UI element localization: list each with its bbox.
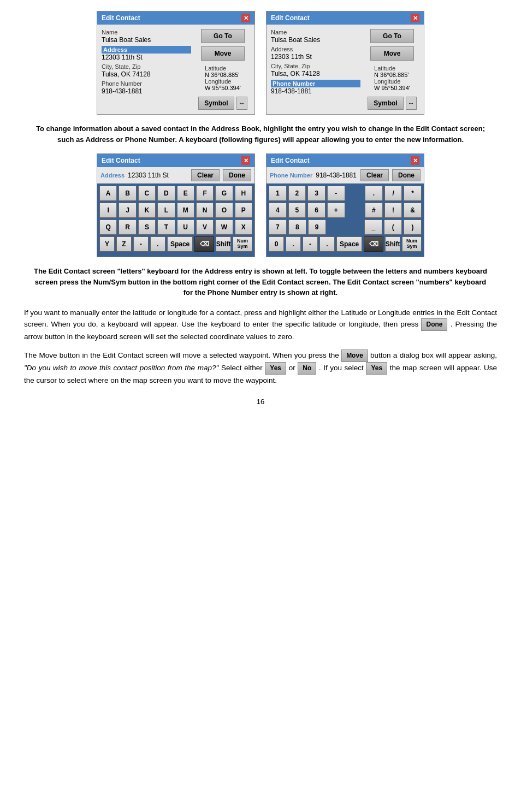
key-R[interactable]: R (119, 220, 136, 235)
key-T[interactable]: T (157, 220, 175, 235)
body2-no-button[interactable]: No (298, 362, 316, 375)
top-right-close-button[interactable]: ✕ (411, 14, 419, 22)
key-dot3[interactable]: . (319, 236, 335, 252)
top-left-arrow-button[interactable]: ↔ (236, 97, 247, 110)
key-E[interactable]: E (177, 186, 194, 201)
kb-row-1: A B C D E F G H (99, 186, 252, 201)
key-J[interactable]: J (119, 203, 136, 218)
key-I[interactable]: I (99, 203, 117, 218)
body2-if: . If you select (319, 364, 364, 372)
key-plus[interactable]: + (327, 203, 345, 218)
key-hash[interactable]: # (365, 203, 383, 218)
key-4[interactable]: 4 (269, 203, 287, 218)
mid-right-done-button[interactable]: Done (392, 169, 421, 181)
key-dash[interactable]: - (133, 236, 149, 252)
mid-right-close-button[interactable]: ✕ (411, 156, 419, 165)
key-N[interactable]: N (196, 203, 214, 218)
key-O[interactable]: O (215, 203, 233, 218)
key-amp[interactable]: & (404, 203, 422, 218)
key-W[interactable]: W (215, 220, 233, 235)
key-V[interactable]: V (196, 220, 214, 235)
top-left-close-button[interactable]: ✕ (241, 14, 250, 22)
top-right-move-button[interactable]: Move (370, 46, 414, 61)
mid-left-field-value[interactable]: 12303 11th St (128, 171, 188, 179)
mid-right-field-value[interactable]: 918-438-1881 (316, 171, 357, 179)
top-right-phone-label[interactable]: Phone Number (271, 80, 360, 87)
key-star[interactable]: * (404, 186, 422, 201)
key-space-num[interactable]: Space (336, 236, 362, 252)
key-A[interactable]: A (99, 186, 117, 201)
top-right-title-label: Edit Contact (271, 14, 310, 22)
key-S[interactable]: S (138, 220, 156, 235)
key-5[interactable]: 5 (288, 203, 306, 218)
key-rparen[interactable]: ) (404, 220, 422, 235)
top-right-arrow-button[interactable]: ↔ (406, 97, 417, 110)
mid-left-close-button[interactable]: ✕ (241, 156, 250, 165)
key-U[interactable]: U (177, 220, 194, 235)
page-number: 16 (22, 398, 499, 406)
key-Q[interactable]: Q (99, 220, 117, 235)
key-shift[interactable]: Shift (216, 236, 231, 252)
key-9[interactable]: 9 (308, 220, 326, 235)
top-right-symbol-button[interactable]: Symbol (368, 97, 403, 110)
key-backspace[interactable]: ⌫ (194, 236, 214, 252)
top-left-symbol-button[interactable]: Symbol (198, 97, 234, 110)
mid-left-keyboard-grid: A B C D E F G H I J K L M N O P (97, 183, 254, 257)
key-X[interactable]: X (235, 220, 252, 235)
key-underscore[interactable]: _ (364, 220, 382, 235)
key-numsym[interactable]: NumSym (233, 236, 252, 252)
key-minus[interactable]: - (327, 186, 345, 201)
key-3[interactable]: 3 (307, 186, 325, 201)
key-dot[interactable]: . (365, 186, 383, 201)
top-right-city-label: City, State, Zip (271, 63, 360, 69)
key-dash2[interactable]: - (303, 236, 318, 252)
key-F[interactable]: F (196, 186, 214, 201)
top-left-city-value: Tulsa, OK 74128 (102, 70, 191, 78)
key-slash[interactable]: / (384, 186, 402, 201)
key-8[interactable]: 8 (288, 220, 306, 235)
key-P[interactable]: P (235, 203, 252, 218)
key-empty1 (347, 186, 364, 201)
top-right-goto-button[interactable]: Go To (370, 29, 414, 43)
key-empty3 (328, 220, 345, 235)
body2-move-button[interactable]: Move (341, 349, 368, 362)
description-2: The Edit Contact screen "letters" keyboa… (22, 266, 499, 298)
key-numsym-num[interactable]: NumSym (402, 236, 422, 252)
key-Y[interactable]: Y (99, 236, 115, 252)
key-space[interactable]: Space (167, 236, 193, 252)
mid-right-input-row: Phone Number 918-438-1881 Clear Done (267, 167, 424, 183)
key-2[interactable]: 2 (288, 186, 306, 201)
top-left-goto-button[interactable]: Go To (201, 29, 245, 43)
key-dot2[interactable]: . (286, 236, 301, 252)
key-H[interactable]: H (235, 186, 252, 201)
key-backspace-num[interactable]: ⌫ (364, 236, 383, 252)
key-C[interactable]: C (138, 186, 156, 201)
key-M[interactable]: M (177, 203, 194, 218)
top-left-address-label[interactable]: Address (102, 46, 191, 54)
key-6[interactable]: 6 (307, 203, 325, 218)
key-Z[interactable]: Z (116, 236, 132, 252)
top-left-move-button[interactable]: Move (201, 46, 245, 61)
mid-left-clear-button[interactable]: Clear (191, 169, 220, 181)
key-1[interactable]: 1 (269, 186, 287, 201)
top-right-lat-label: Latitude (374, 65, 410, 72)
mid-right-clear-button[interactable]: Clear (360, 169, 389, 181)
key-lparen[interactable]: ( (384, 220, 402, 235)
key-G[interactable]: G (215, 186, 233, 201)
top-right-name-value: Tulsa Boat Sales (271, 36, 360, 44)
key-period[interactable]: . (150, 236, 165, 252)
key-B[interactable]: B (119, 186, 136, 201)
key-L[interactable]: L (157, 203, 175, 218)
mid-left-done-button[interactable]: Done (223, 169, 251, 181)
body1-done-button[interactable]: Done (421, 318, 447, 331)
key-7[interactable]: 7 (269, 220, 287, 235)
key-0[interactable]: 0 (269, 236, 284, 252)
key-D[interactable]: D (157, 186, 175, 201)
key-K[interactable]: K (138, 203, 156, 218)
top-left-phone-value: 918-438-1881 (102, 87, 191, 95)
body2-yes-button2[interactable]: Yes (366, 362, 387, 375)
mid-right-keyboard-grid: 1 2 3 - . / * 4 5 6 + # ! & (267, 183, 424, 257)
key-exclaim[interactable]: ! (384, 203, 402, 218)
key-shift-num[interactable]: Shift (385, 236, 400, 252)
body2-yes-button[interactable]: Yes (265, 362, 286, 375)
